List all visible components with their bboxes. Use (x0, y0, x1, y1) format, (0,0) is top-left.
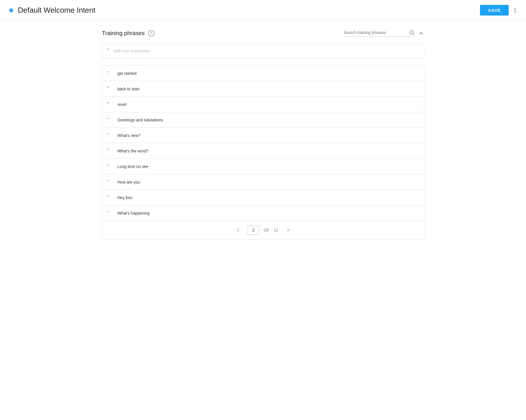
section-title-group: Training phrases ? (102, 30, 154, 37)
status-dot (9, 8, 13, 12)
quote-icon: ” (107, 148, 110, 154)
help-icon[interactable]: ? (148, 30, 154, 37)
table-row[interactable]: ”Greetings and salutations (102, 112, 424, 128)
table-row[interactable]: ”get started (102, 66, 424, 81)
phrase-text: Greetings and salutations (118, 118, 163, 122)
save-button[interactable]: SAVE (480, 5, 509, 16)
section-controls (344, 30, 424, 37)
section-header: Training phrases ? (102, 30, 424, 37)
phrase-text: Hey boo (118, 195, 133, 200)
prev-page-button[interactable] (233, 226, 243, 234)
phrase-text: What's new? (118, 133, 141, 138)
phrase-text: How are you (118, 180, 140, 184)
quote-icon: ” (107, 117, 110, 123)
section-title: Training phrases (102, 30, 145, 37)
page-of-label: OF (264, 228, 269, 232)
header-left: Default Welcome Intent (9, 6, 95, 15)
quote-icon: ” (107, 48, 110, 54)
table-row[interactable]: ”What's new? (102, 128, 424, 143)
phrase-text: get started (118, 71, 137, 76)
main-content: Training phrases ? ” (91, 21, 436, 249)
phrases-wrapper: ”get started”back to start”reset”Greetin… (102, 65, 424, 240)
quote-icon: ” (107, 86, 110, 92)
quote-icon: ” (107, 210, 110, 216)
phrase-text: What's happening (118, 211, 150, 215)
add-expression-row: ” (102, 44, 424, 58)
table-row[interactable]: ”Long time no see (102, 159, 424, 174)
search-input[interactable] (344, 30, 407, 35)
add-expression-input[interactable] (114, 49, 419, 53)
phrase-text: back to start (118, 87, 139, 91)
search-icon[interactable] (409, 30, 414, 35)
phrases-list: ”get started”back to start”reset”Greetin… (102, 66, 424, 221)
phrase-text: Long time no see (118, 164, 148, 169)
table-row[interactable]: ”Hey boo (102, 190, 424, 205)
header-right: SAVE (480, 5, 517, 16)
add-expression-wrapper: ” (102, 43, 424, 58)
next-page-button[interactable] (283, 226, 293, 234)
quote-icon: ” (107, 132, 110, 138)
phrase-text: What's the word? (118, 149, 149, 153)
app-header: Default Welcome Intent SAVE (0, 0, 526, 21)
table-row[interactable]: ”How are you (102, 174, 424, 190)
table-row[interactable]: ”reset (102, 97, 424, 112)
quote-icon: ” (107, 70, 110, 76)
pagination-row: 2 OF 11 (102, 221, 424, 239)
quote-icon: ” (107, 179, 110, 185)
table-row[interactable]: ”back to start (102, 81, 424, 97)
svg-line-1 (413, 33, 414, 34)
page-title: Default Welcome Intent (18, 6, 95, 15)
quote-icon: ” (107, 163, 110, 169)
more-options-icon[interactable] (513, 7, 517, 14)
quote-icon: ” (107, 101, 110, 107)
table-row[interactable]: ”What's the word? (102, 143, 424, 159)
quote-icon: ” (107, 194, 110, 201)
total-pages: 11 (274, 228, 278, 232)
phrase-text: reset (118, 102, 127, 107)
current-page-number: 2 (248, 226, 259, 235)
collapse-icon[interactable] (418, 30, 424, 37)
table-row[interactable]: ”What's happening (102, 205, 424, 221)
search-container (344, 30, 414, 37)
